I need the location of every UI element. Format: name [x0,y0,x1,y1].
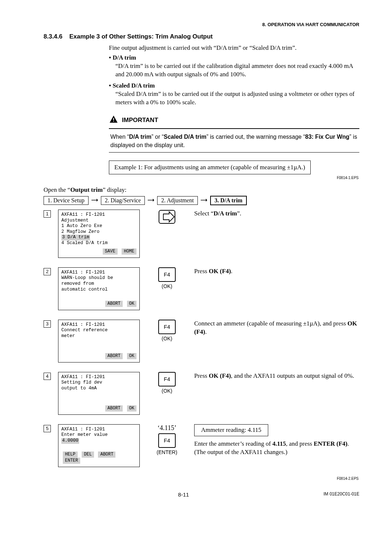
important-label: IMPORTANT [122,117,158,124]
warning-icon [109,115,118,126]
page-number: 8-11 [44,491,323,498]
entered-value: 4.0000 [61,438,79,444]
arrow-icon [148,197,154,204]
step-description: Press OK (F4). [194,267,359,276]
softkey[interactable]: OK [127,353,136,359]
hart-screen: AXFA11 : FI-1201 Enter meter value 4.000… [58,424,140,467]
step-number: 3 [44,320,51,328]
step-description: Ammeter reading: 4.115 Enter the ammeter… [194,424,359,457]
bullet2-body: “Scaled D/A trim” is to be carried out i… [115,90,359,107]
bullet1-title: D/A trim [109,54,359,62]
key-label: (OK) [162,283,172,289]
crumb-2: 2. Diag/Service [101,196,145,205]
softkey[interactable]: HOME [122,248,136,255]
example-box: Example 1: For adjustments using an amme… [109,161,311,174]
step-description: Connect an ammeter (capable of measuring… [194,320,359,336]
important-block: IMPORTANT When “D/A trim” or “Scaled D/A… [109,115,359,153]
arrow-icon [91,197,98,204]
section-title: Example 3 of Other Settings: Trim Analog… [69,33,213,40]
crumb-3: 2. Adjustment [157,196,198,205]
step-number: 4 [44,373,51,380]
softkey[interactable]: SAVE [103,248,118,255]
step-number: 1 [44,210,51,218]
step-row-2: 2 AXFA11 : FI-1201 WARN-Loop should be r… [44,267,359,310]
step-number: 2 [44,268,51,275]
f4-key[interactable]: F4 [158,267,176,282]
step-description: Press OK (F4), and the AXFA11 outputs an… [194,372,359,380]
section-number: 8.3.4.6 [44,33,62,40]
softkey[interactable]: ABORT [98,451,115,458]
key-label: (OK) [162,336,172,341]
softkey[interactable]: DEL [82,451,94,458]
softkey[interactable]: ABORT [105,301,123,307]
right-arrow-key-icon [158,210,176,226]
typed-value: ‘4.115’ [158,424,176,432]
step-row-5: 5 AXFA11 : FI-1201 Enter meter value 4.0… [44,424,359,467]
step-row-3: 3 AXFA11 : FI-1201 Connect reference met… [44,320,359,362]
key-label: (ENTER) [157,449,177,455]
svg-marker-3 [97,199,98,202]
svg-marker-5 [153,199,154,202]
softkey[interactable]: HELP [63,451,78,458]
page-footer: 8-11 IM 01E20C01-01E [44,491,359,498]
hart-screen: AXFA11 : FI-1201 Setting fld dev output … [58,372,140,415]
document-id: IM 01E20C01-01E [323,491,359,498]
svg-rect-1 [113,121,114,121]
softkey[interactable]: ENTER [63,458,80,464]
softkey[interactable]: ABORT [105,405,123,412]
open-display-line: Open the “Output trim” display: [44,186,359,194]
breadcrumb: 1. Device Setup 2. Diag/Service 2. Adjus… [44,196,359,205]
svg-marker-7 [206,199,207,202]
softkey[interactable]: ABORT [105,353,123,359]
crumb-1: 1. Device Setup [44,196,89,205]
softkey[interactable]: OK [127,301,136,307]
bullet1-body: “D/A trim” is to be carried out if the c… [115,62,359,79]
svg-rect-0 [113,118,114,120]
svg-rect-8 [159,210,175,223]
selected-menu-item: 3 D/A trim [61,235,90,240]
hart-screen: AXFA11 : FI-1201 Adjustment 1 Auto Zero … [58,210,140,258]
eps-label-2: F0814-2.EPS [44,477,359,481]
chapter-header: 8. OPERATION VIA HART COMMUNICATOR [44,22,359,27]
step-row-1: 1 AXFA11 : FI-1201 Adjustment 1 Auto Zer… [44,210,359,258]
hart-screen: AXFA11 : FI-1201 WARN-Loop should be rem… [58,267,140,310]
hart-screen: AXFA11 : FI-1201 Connect reference meter… [58,320,140,362]
step-number: 5 [44,425,51,432]
intro-text: Fine output adjustment is carried out wi… [109,44,359,52]
arrow-icon [201,197,207,204]
f4-key[interactable]: F4 [158,433,176,448]
section-heading: 8.3.4.6 Example 3 of Other Settings: Tri… [44,33,359,40]
step-description: Select “D/A trim”. [194,210,359,218]
crumb-4: 3. D/A trim [210,196,247,205]
softkey[interactable]: OK [127,405,136,412]
f4-key[interactable]: F4 [158,372,176,386]
f4-key[interactable]: F4 [158,320,176,334]
ammeter-reading-box: Ammeter reading: 4.115 [194,424,268,436]
step-row-4: 4 AXFA11 : FI-1201 Setting fld dev outpu… [44,372,359,415]
svg-marker-9 [163,212,174,222]
bullet2-title: Scaled D/A trim [109,82,359,90]
important-body: When “D/A trim” or “Scaled D/A trim” is … [109,129,359,153]
eps-label-1: F0814-1.EPS [44,176,359,180]
key-label: (OK) [162,388,172,394]
